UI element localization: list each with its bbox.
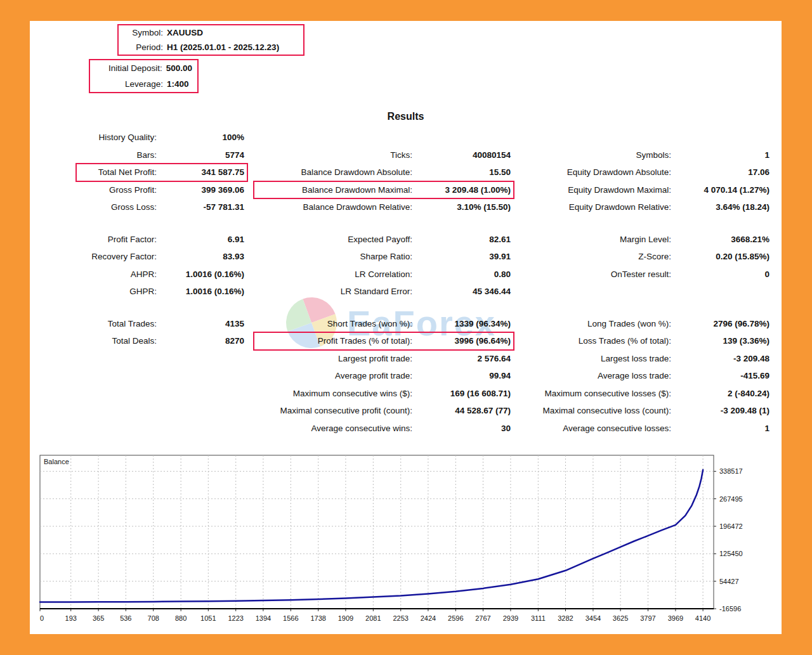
- stat-label: Symbols:: [517, 150, 671, 160]
- stat-row: GHPR:1.0016 (0.16%): [81, 283, 244, 301]
- x-tick-label: 365: [93, 614, 104, 622]
- y-tick-label: 267495: [719, 495, 743, 503]
- stat-row: Gross Loss:-57 781.31: [81, 198, 244, 216]
- x-tick-label: 880: [175, 614, 187, 622]
- stats-column-right: Symbols:1Equity Drawdown Absolute:17.06E…: [517, 129, 769, 437]
- stat-value: 1.0016 (0.16%): [157, 287, 244, 296]
- symbol-value: XAUUSD: [167, 28, 203, 37]
- period-label: Period:: [124, 42, 163, 52]
- stat-value: 4 070.14 (1.27%): [671, 185, 769, 195]
- stats-column-middle: Ticks:40080154Balance Drawdown Absolute:…: [258, 129, 511, 437]
- stat-value: -57 781.31: [157, 202, 244, 212]
- x-tick-label: 1051: [200, 614, 216, 622]
- stat-row: Long Trades (won %):2796 (96.78%): [517, 315, 769, 333]
- period-value: H1 (2025.01.01 - 2025.12.23): [167, 42, 279, 52]
- stat-spacer: [81, 301, 244, 315]
- stat-value: 3.10% (15.50): [412, 202, 511, 212]
- leverage-label: Leverage:: [95, 79, 163, 89]
- stat-value: 2 (-840.24): [671, 389, 769, 398]
- x-tick-label: 2767: [475, 614, 490, 622]
- stat-row: Maximum consecutive wins ($):169 (16 608…: [258, 385, 511, 403]
- stat-label: Long Trades (won %):: [517, 319, 671, 328]
- stat-label: Recovery Factor:: [81, 252, 157, 261]
- stat-label: Ticks:: [258, 150, 412, 160]
- x-tick-label: 0: [40, 614, 44, 622]
- stat-label: Margin Level:: [517, 235, 671, 244]
- stat-row: Gross Profit:399 369.06: [81, 181, 244, 199]
- stat-label: Largest profit trade:: [258, 354, 412, 363]
- stat-row: History Quality:100%: [81, 129, 244, 146]
- stat-row: Loss Trades (% of total):139 (3.36%): [517, 332, 769, 350]
- stat-row: Profit Factor:6.91: [81, 231, 244, 249]
- stat-label: Maximum consecutive wins ($):: [258, 389, 412, 398]
- initial-deposit-row: Initial Deposit: 500.00: [90, 60, 197, 76]
- stat-value: 30: [412, 424, 511, 433]
- period-row: Period: H1 (2025.01.01 - 2025.12.23): [119, 40, 303, 55]
- y-tick-label: 338517: [719, 467, 743, 475]
- stat-row: [81, 385, 244, 403]
- initial-deposit-value: 500.00: [166, 63, 192, 73]
- stat-value: 3996 (96.64%): [412, 336, 511, 346]
- stat-label: Profit Factor:: [81, 235, 157, 244]
- stat-value: 8270: [157, 336, 244, 346]
- stat-label: Profit Trades (% of total):: [258, 336, 412, 346]
- stat-label: Gross Loss:: [81, 202, 157, 212]
- stat-row: LR Standard Error:45 346.44: [258, 283, 511, 301]
- stat-value: -3 209.48: [671, 354, 769, 363]
- x-tick-label: 3625: [613, 614, 628, 622]
- stat-row: Margin Level:3668.21%: [517, 231, 769, 249]
- stat-label: Maximum consecutive losses ($):: [517, 389, 671, 398]
- x-tick-label: 536: [120, 614, 131, 622]
- x-tick-label: 3111: [531, 614, 546, 622]
- stat-row: Equity Drawdown Maximal:4 070.14 (1.27%): [517, 181, 769, 199]
- stat-row: Ticks:40080154: [258, 146, 511, 164]
- stat-row: Average loss trade:-415.69: [517, 367, 769, 385]
- stat-value: 139 (3.36%): [671, 336, 769, 346]
- stat-row: Total Trades:4135: [81, 315, 244, 333]
- y-tick-label: 125450: [719, 550, 743, 557]
- stat-row: AHPR:1.0016 (0.16%): [81, 266, 244, 283]
- stat-row: [258, 129, 511, 146]
- stat-value: 99.94: [412, 371, 511, 380]
- stat-label: Gross Profit:: [81, 185, 157, 195]
- stat-row: Expected Payoff:82.61: [258, 231, 511, 249]
- stat-label: Average profit trade:: [258, 371, 412, 380]
- stat-value: 39.91: [412, 252, 511, 261]
- stat-row: Balance Drawdown Maximal:3 209.48 (1.00%…: [258, 181, 511, 199]
- stat-label: Expected Payoff:: [258, 235, 412, 244]
- stat-value: 0.20 (15.85%): [671, 252, 769, 261]
- stat-spacer: [81, 216, 244, 231]
- x-tick-label: 193: [65, 614, 77, 622]
- stat-row: Z-Score:0.20 (15.85%): [517, 248, 769, 266]
- stat-row: Average consecutive wins:30: [258, 420, 511, 438]
- stat-value: 100%: [157, 133, 244, 142]
- x-tick-label: 2253: [393, 614, 408, 622]
- x-tick-label: 4140: [695, 614, 710, 622]
- x-tick-label: 2081: [365, 614, 381, 622]
- stat-value: -3 209.48 (1): [671, 406, 769, 415]
- x-tick-label: 3454: [586, 614, 601, 622]
- stat-value: 1339 (96.34%): [412, 319, 511, 328]
- stat-value: 0: [671, 269, 769, 279]
- stat-row: LR Correlation:0.80: [258, 266, 511, 283]
- stat-label: Equity Drawdown Relative:: [517, 202, 671, 212]
- stat-row: [81, 420, 244, 438]
- stat-label: Short Trades (won %):: [258, 319, 412, 328]
- stat-value: 6.91: [157, 235, 244, 244]
- stat-value: 15.50: [412, 167, 511, 177]
- stat-value: 1: [671, 424, 769, 433]
- stat-label: GHPR:: [81, 287, 157, 296]
- x-tick-label: 1738: [310, 614, 325, 622]
- stat-label: History Quality:: [81, 133, 157, 142]
- stat-row: Maximal consecutive profit (count):44 52…: [258, 402, 511, 420]
- stat-row: Profit Trades (% of total):3996 (96.64%): [258, 332, 511, 350]
- stat-row: [517, 129, 769, 146]
- stat-value: 0.80: [412, 269, 511, 279]
- stat-row: [81, 367, 244, 385]
- stat-value: 83.93: [157, 252, 244, 261]
- stat-row: Total Deals:8270: [81, 332, 244, 350]
- stat-value: 45 346.44: [412, 287, 511, 296]
- x-tick-label: 2939: [503, 614, 518, 622]
- symbol-row: Symbol: XAUUSD: [119, 25, 303, 40]
- stat-value: 3 209.48 (1.00%): [412, 185, 511, 195]
